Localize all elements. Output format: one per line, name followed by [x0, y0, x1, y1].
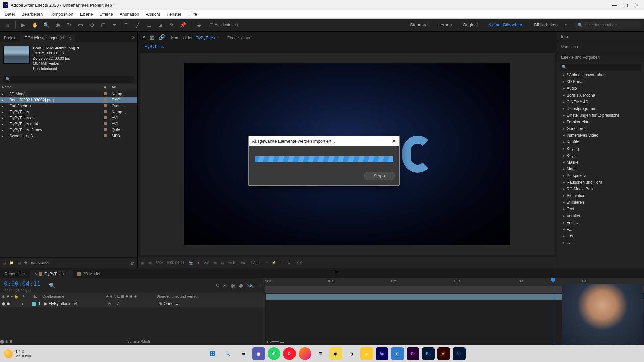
new-folder-icon[interactable]: 📁 [9, 261, 14, 265]
tl-tool-icon-2[interactable]: ✂ [223, 282, 227, 289]
menu-layer[interactable]: Ebene [77, 10, 96, 18]
effect-category[interactable]: Veraltet [557, 213, 644, 219]
orbit-tool-icon[interactable]: ◉ [53, 20, 63, 30]
home-icon[interactable]: ⌂ [3, 20, 13, 30]
effect-category[interactable]: Dienstprogramm [557, 105, 644, 112]
taskbar-explorer-icon[interactable]: 📁 [360, 347, 373, 360]
menu-file[interactable]: Datei [1, 10, 18, 18]
effect-category[interactable]: Boris FX Mocha [557, 92, 644, 99]
effect-category[interactable]: Stilisieren [557, 199, 644, 206]
grid-icon[interactable]: ▦ [141, 261, 144, 265]
effect-category[interactable]: Generieren [557, 125, 644, 132]
col-label[interactable]: ◆ [104, 85, 112, 89]
taskbar-app-icon-1[interactable]: ☰ [314, 347, 327, 360]
effect-category[interactable]: Rauschen und Korn [557, 179, 644, 186]
tl-tool-icon-4[interactable]: ◈ [239, 282, 243, 289]
effect-category[interactable]: Audio [557, 85, 644, 92]
eraser-tool-icon[interactable]: ◢ [155, 20, 165, 30]
menu-view[interactable]: Ansicht [142, 10, 163, 18]
transparency-icon[interactable]: ▦ [221, 261, 224, 265]
text-tool-icon[interactable]: T [121, 20, 131, 30]
color-depth[interactable]: 8-Bit-Kanal [31, 261, 49, 265]
zoom-level[interactable]: 50% [156, 261, 163, 265]
project-item[interactable]: ▪3D ModelKomp... [0, 91, 137, 97]
help-search-input[interactable]: 🔍 Hilfe durchsuchen [574, 21, 641, 29]
trash-icon[interactable]: 🗑 [131, 261, 135, 265]
flowchart-icon[interactable]: ⚙ [287, 261, 291, 265]
maximize-button[interactable]: ▢ [624, 2, 628, 8]
tab-timeline-model[interactable]: 3D Model [73, 270, 105, 278]
playhead[interactable] [553, 278, 553, 345]
weather-widget[interactable]: 12°C Meist klar [4, 349, 31, 358]
panel-effects-presets[interactable]: Effekte und Vorgaben [557, 52, 644, 62]
workspace-small-screen[interactable]: Kleiner Bildschirm [484, 21, 527, 29]
timeline-layer-row[interactable]: ◉ ◉ ▸ 1 ▶ FlyByTitles.mp4 ⬘ ╱ ◎ Ohne ⌄ [0, 300, 265, 307]
taskbar-app-icon-2[interactable]: ◉ [329, 347, 342, 360]
effect-category[interactable]: Einstellungen für Expressions [557, 112, 644, 119]
exposure-value[interactable]: +0,0 [295, 261, 302, 265]
comp-breadcrumb[interactable]: FlyByTitles [144, 44, 164, 49]
snapshot-icon[interactable]: 📷 [189, 261, 193, 265]
taskbar-teams-icon[interactable]: ▣ [252, 347, 265, 360]
project-item[interactable]: ▪FarbflächenOrdn... [0, 103, 137, 109]
menu-help[interactable]: Hilfe [185, 10, 200, 18]
channel-icon[interactable]: ● [197, 261, 200, 265]
taskbar-whatsapp-icon[interactable]: ✆ [268, 347, 280, 360]
project-item[interactable]: ▪FlyByTitles_2.movQuic... [0, 127, 137, 133]
tab-layer[interactable]: Ebene (ohne) [223, 34, 257, 42]
effect-category[interactable]: Perspektive [557, 172, 644, 179]
effect-category[interactable]: CINEMA 4D [557, 99, 644, 105]
selection-tool-icon[interactable]: ▶ [18, 20, 29, 30]
project-item[interactable]: ▪Swoosh.mp3MP3 [0, 133, 137, 139]
tab-renderlist[interactable]: Renderliste [0, 270, 30, 278]
tab-effect-controls[interactable]: Effekteinstellungen (ohne) [20, 34, 75, 42]
tl-tool-icon-3[interactable]: ▦ [230, 282, 235, 289]
close-button[interactable]: ✕ [635, 2, 639, 8]
brush-tool-icon[interactable]: ╱ [132, 20, 143, 30]
zoom-tool-icon[interactable]: 🔍 [41, 20, 51, 30]
taskbar-illustrator-icon[interactable]: Ai [437, 347, 450, 360]
puppet-mesh-icon[interactable]: ◈ [194, 20, 204, 30]
dialog-close-icon[interactable]: ✕ [392, 138, 396, 144]
effect-category[interactable]: * Animationsvorgaben [557, 72, 644, 78]
effect-category[interactable]: Text [557, 206, 644, 213]
taskbar-firefox-icon[interactable] [299, 347, 311, 360]
taskbar-photoshop-icon[interactable]: Ps [422, 347, 435, 360]
project-search-input[interactable] [3, 76, 134, 83]
hand-tool-icon[interactable]: ✋ [30, 20, 40, 30]
camera-dropdown[interactable]: ve Kamera [228, 261, 246, 265]
menu-window[interactable]: Fenster [163, 10, 185, 18]
taskbar-search-icon[interactable]: 🔍 [221, 347, 234, 360]
pen-tool-icon[interactable]: ✒ [110, 20, 120, 30]
rotate-tool-icon[interactable]: ↻ [64, 20, 74, 30]
minimize-button[interactable]: — [612, 2, 617, 8]
task-view-icon[interactable]: ▭ [237, 347, 250, 360]
align-checkbox[interactable]: ☐ [210, 23, 213, 27]
start-button[interactable]: ⊞ [206, 347, 219, 360]
toggle-switches-icon[interactable]: ⬤ ◉ ⊞ [0, 339, 12, 344]
taskbar-opera-icon[interactable]: O [283, 347, 296, 360]
menu-effects[interactable]: Effekte [96, 10, 116, 18]
menu-animation[interactable]: Animation [116, 10, 143, 18]
taskbar-premiere-icon[interactable]: Pr [407, 347, 419, 360]
effect-category[interactable]: V... [557, 226, 644, 233]
effect-category[interactable]: 3D-Kanal [557, 78, 644, 85]
workspace-standard[interactable]: Standard [406, 21, 432, 29]
effect-category[interactable]: Immersives Video [557, 132, 644, 139]
timeline-timecode[interactable]: 0:00:04:11 [0, 278, 44, 289]
shape-tool-icon[interactable]: ▢ [98, 20, 108, 30]
mask-icon[interactable]: ▭ [148, 261, 152, 265]
effect-category[interactable]: Simulation [557, 192, 644, 199]
timeline-icon[interactable]: ⊞ [280, 261, 283, 265]
effect-category[interactable]: Keying [557, 145, 644, 152]
viewer-time[interactable]: 0:00:04:11 [167, 261, 184, 265]
roi-icon[interactable]: ▭ [213, 261, 217, 265]
camera-tool-icon[interactable]: ▭ [75, 20, 86, 30]
comp-close-icon[interactable]: × [140, 32, 147, 42]
snap-options-icon[interactable]: ⚙ [235, 23, 239, 27]
tl-tool-icon-6[interactable]: ▭ [256, 282, 261, 289]
taskbar-lightroom-icon[interactable]: Lr [453, 347, 466, 360]
effect-category[interactable]: Matte [557, 166, 644, 172]
project-item[interactable]: ▪Boot_[02921-03092].pngPNG [0, 97, 137, 103]
tl-tool-icon-5[interactable]: 📎 [246, 282, 253, 289]
